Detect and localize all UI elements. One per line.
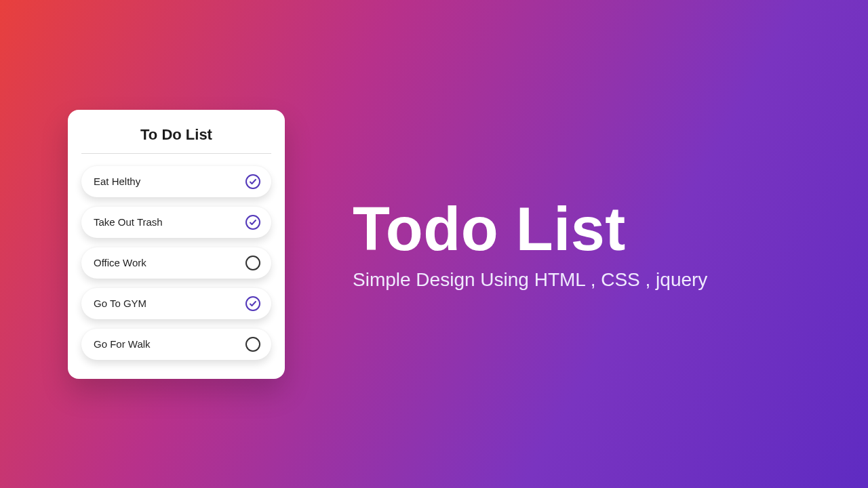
- circle-icon[interactable]: [245, 337, 260, 352]
- check-circle-icon[interactable]: [245, 296, 260, 311]
- todo-item-label: Go For Walk: [94, 338, 151, 350]
- todo-item-label: Eat Helthy: [94, 176, 140, 187]
- todo-list: Eat HelthyTake Out TrashOffice WorkGo To…: [81, 166, 271, 360]
- todo-item-label: Take Out Trash: [94, 216, 163, 228]
- todo-item-label: Go To GYM: [94, 298, 146, 309]
- check-circle-icon[interactable]: [245, 215, 260, 230]
- todo-item-label: Office Work: [94, 257, 146, 268]
- hero-title: Todo List: [353, 197, 707, 262]
- hero-subtitle: Simple Design Using HTML , CSS , jquery: [353, 269, 707, 291]
- circle-icon[interactable]: [245, 256, 260, 270]
- todo-item[interactable]: Go To GYM: [81, 288, 271, 319]
- check-circle-icon[interactable]: [245, 174, 260, 189]
- todo-item[interactable]: Eat Helthy: [81, 166, 271, 197]
- todo-item[interactable]: Go For Walk: [81, 329, 271, 360]
- todo-item[interactable]: Take Out Trash: [81, 207, 271, 238]
- todo-card: To Do List Eat HelthyTake Out TrashOffic…: [68, 110, 285, 379]
- card-title: To Do List: [81, 126, 271, 154]
- todo-item[interactable]: Office Work: [81, 247, 271, 279]
- hero-text: Todo List Simple Design Using HTML , CSS…: [353, 197, 707, 291]
